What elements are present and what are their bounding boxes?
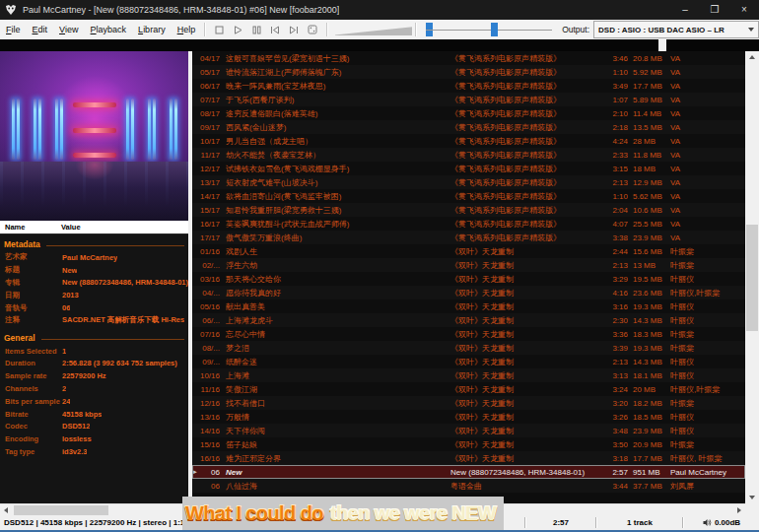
playlist-row[interactable]: 11/16笑傲江湖《双叶》天龙重制3:2420 MB叶丽仪,叶振棠 <box>192 382 745 396</box>
metadata-field-name: Items Selected <box>0 347 62 356</box>
playlist-row[interactable]: 13/17短衣射虎气难平(山坡决斗)《黄飞鸿系列电影原声精装版》2:1312.9… <box>192 175 745 189</box>
playlist-row[interactable]: 12/16找不着借口《双叶》天龙重制3:2018.2 MB叶振棠 <box>192 396 745 410</box>
playlist-row[interactable]: 06/...上海滩龙虎斗《双叶》天龙重制2:3014.3 MB叶丽仪 <box>192 313 745 327</box>
neon-tube <box>34 99 36 160</box>
metadata-row[interactable]: Sample rate22579200 Hz <box>0 369 188 382</box>
playlist-row[interactable]: 03/16那天将心交给你《双叶》天龙重制3:2919.5 MB叶丽仪 <box>192 272 745 286</box>
status-volume[interactable]: 0.00dB <box>684 518 759 527</box>
cell-track: 12/17 <box>198 165 220 173</box>
metadata-row[interactable]: 艺术家Paul McCartney <box>0 251 188 264</box>
menu-library[interactable]: Library <box>132 20 172 39</box>
playlist-row[interactable]: 15/16笛子姑娘《双叶》天龙重制3:5020.9 MB叶振棠 <box>192 437 745 451</box>
cell-dur: 3:38 <box>600 233 628 242</box>
volume-slider[interactable] <box>335 22 413 37</box>
metadata-row[interactable]: 音轨号06 <box>0 301 188 314</box>
cell-artist: 叶丽仪 <box>668 370 745 381</box>
playlist-row[interactable]: 08/...梦之泪《双叶》天龙重制3:3919.3 MB叶振棠 <box>192 341 745 355</box>
cell-dur: 2:30 <box>600 316 628 325</box>
playlist-vertical-scrollbar[interactable] <box>745 51 759 503</box>
album-art[interactable] <box>0 51 188 221</box>
playlist-row[interactable]: 01/16戏剧人生《双叶》天龙重制2:4415.6 MB叶振棠 <box>192 244 745 258</box>
cell-track: 04/17 <box>198 54 220 63</box>
playlist-row[interactable]: 11/17劫火不能焚（夜袭宝芝林）《黄飞鸿系列电影原声精装版》2:3311.8 … <box>192 148 745 162</box>
menu-playback[interactable]: Playback <box>85 20 133 39</box>
playlist-row[interactable]: 04/...愿你待我真的好《双叶》天龙重制4:1623.6 MB叶丽仪,叶振棠 <box>192 286 745 299</box>
pause-button[interactable] <box>248 22 265 37</box>
metadata-row[interactable]: 标题New <box>0 264 188 277</box>
playlist-row[interactable]: 02/...浮生六劫《双叶》天龙重制2:1313 MB叶振棠 <box>192 258 745 272</box>
playlist-body: 04/17这般可喜娘罕曾见(梁宽初遇十三姨)《黄飞鸿系列电影原声精装版》3:46… <box>192 51 745 493</box>
playlist-row[interactable]: 15/17知君怜我重肝胆(梁宽勇救十三姨)《黄飞鸿系列电影原声精装版》2:041… <box>192 203 745 217</box>
close-button[interactable]: × <box>729 0 759 20</box>
metadata-row[interactable]: Tag typeid3v2.3 <box>0 445 188 458</box>
maximize-button[interactable]: ❐ <box>700 0 729 20</box>
scroll-left-icon[interactable] <box>4 507 8 513</box>
scroll-up-icon[interactable] <box>749 55 755 59</box>
playlist-row[interactable]: 13/16万般情《双叶》天龙重制3:2618.5 MB叶丽仪 <box>192 410 745 424</box>
playlist-row[interactable]: 16/17英姿飒爽犹酣斗(武状元血战严师傅)《黄飞鸿系列电影原声精装版》4:07… <box>192 217 745 231</box>
menu-file[interactable]: File <box>0 20 27 39</box>
next-button[interactable] <box>286 22 303 37</box>
cell-title: 八仙过海 <box>220 481 447 492</box>
metadata-row[interactable]: CodecDSD512 <box>0 421 188 433</box>
random-icon-button[interactable] <box>305 22 321 37</box>
scroll-right-icon[interactable] <box>737 507 741 513</box>
metadata-row[interactable]: 注释SACDR.NET 高解析音乐下载 Hi-Res <box>0 314 188 327</box>
output-device-dropdown[interactable]: DSD : ASIO : USB DAC ASIO – LR <box>593 21 759 38</box>
cell-dur: 2:44 <box>600 247 628 256</box>
stop-button[interactable] <box>211 22 228 37</box>
playlist-row[interactable]: 16/16难为正邪定分界《双叶》天龙重制3:1817.7 MB叶丽仪, 叶振棠 <box>192 451 745 465</box>
cell-album: 《黄飞鸿系列电影原声精装版》 <box>447 191 600 202</box>
metadata-row[interactable]: Duration2:56.828 (3 992 634 752 samples) <box>0 358 188 370</box>
playlist-row[interactable]: 09/...纸醉金迷《双叶》天龙重制2:1314.3 MB叶丽仪 <box>192 355 745 368</box>
metadata-row[interactable]: Items Selected1 <box>0 345 188 358</box>
playlist-row[interactable]: 17/17傲气傲笑万重浪(终曲)《黄飞鸿系列电影原声精装版》3:3823.9 M… <box>192 231 745 244</box>
previous-button[interactable] <box>267 22 284 37</box>
menu-edit[interactable]: Edit <box>27 20 54 39</box>
playlist-row[interactable]: 06/17晚来一阵风兼雨(宝芝林夜思)《黄飞鸿系列电影原声精装版》3:4917.… <box>192 79 745 93</box>
playlist-row[interactable]: 05/16献出真善美《双叶》天龙重制3:1619.3 MB叶丽仪 <box>192 299 745 313</box>
playlist-row[interactable]: 10/16上海滩《双叶》天龙重制3:1318.1 MB叶丽仪 <box>192 368 745 382</box>
cell-track: 09/17 <box>198 123 220 132</box>
cell-dur: 2:33 <box>600 151 628 160</box>
title-bar[interactable]: Paul McCartney - [New (888072348486, HRM… <box>0 0 759 20</box>
playlist-row[interactable]: 08/17途穷反遭俗眼白(落难英雄)《黄飞鸿系列电影原声精装版》2:1011.4… <box>192 106 745 120</box>
metadata-row[interactable]: 专辑New (888072348486, HRM-34848-01) <box>0 277 188 290</box>
playlist-row[interactable]: 04/17这般可喜娘罕曾见(梁宽初遇十三姨)《黄飞鸿系列电影原声精装版》3:46… <box>192 51 745 65</box>
cell-album: 《双叶》天龙重制 <box>447 426 600 436</box>
metadata-row[interactable]: 日期2013 <box>0 289 188 301</box>
cell-size: 19.5 MB <box>628 275 668 284</box>
playlist-row-playing[interactable]: ►06NewNew (888072348486, HRM-34848-01)2:… <box>192 465 745 479</box>
vertical-scrollbar-thumb[interactable] <box>746 225 758 331</box>
metadata-row[interactable]: Channels2 <box>0 382 188 395</box>
playlist-row[interactable]: 10/17男儿当自强（成龙主唱）《黄飞鸿系列电影原声精装版》4:2428 MBV… <box>192 134 745 148</box>
playlist-row[interactable]: 07/16忘尽心中情《双叶》天龙重制3:3618.3 MB叶振棠 <box>192 327 745 341</box>
metadata-field-name: 标题 <box>0 265 62 275</box>
minimize-button[interactable]: – <box>670 0 700 20</box>
horizontal-scrollbar-thumb[interactable] <box>14 505 108 515</box>
metadata-row[interactable]: Encodinglossless <box>0 432 188 445</box>
playlist-row[interactable]: 05/17谁怜流落江湖上(严师傅落魄广东)《黄飞鸿系列电影原声精装版》1:105… <box>192 65 745 79</box>
cell-artist: 叶丽仪 <box>668 315 745 326</box>
metadata-row[interactable]: Bits per sample24 <box>0 395 188 408</box>
playlist[interactable]: 04/17这般可喜娘罕曾见(梁宽初遇十三姨)《黄飞鸿系列电影原声精装版》3:46… <box>192 51 745 503</box>
playlist-row[interactable]: 06八仙过海粤语金曲3:4437.7 MB刘凤屏 <box>192 479 745 493</box>
cell-artist: 叶振棠 <box>668 343 745 354</box>
menu-help[interactable]: Help <box>172 20 202 39</box>
playlist-row[interactable]: 12/17试拂铁衣如雪色(黄飞鸿戏棚显身手)《黄飞鸿系列电影原声精装版》3:15… <box>192 162 745 175</box>
playlist-row[interactable]: 09/17西风紧(金山迷梦)《黄飞鸿系列电影原声精装版》2:1813.5 MBV… <box>192 120 745 134</box>
metadata-column-header: Name Value <box>0 221 188 234</box>
play-button[interactable] <box>230 22 246 37</box>
metadata-row[interactable]: Bitrate45158 kbps <box>0 408 188 421</box>
cell-track: 16/17 <box>198 220 220 229</box>
playlist-row[interactable]: 14/17欲将血泪寄山河(黄飞鸿监牢被困)《黄飞鸿系列电影原声精装版》1:105… <box>192 189 745 203</box>
seek-slider[interactable] <box>426 22 552 37</box>
cell-album: 《黄飞鸿系列电影原声精装版》 <box>447 177 600 188</box>
playlist-row[interactable]: 07/17于飞乐(西餐厅谈判)《黄飞鸿系列电影原声精装版》1:075.89 MB… <box>192 93 745 106</box>
scroll-down-icon[interactable] <box>749 496 755 499</box>
menu-view[interactable]: View <box>53 20 85 39</box>
cell-title: 戏剧人生 <box>220 246 447 257</box>
seek-slider-handle[interactable] <box>491 23 498 36</box>
cell-title: 找不着借口 <box>220 398 447 409</box>
playlist-row[interactable]: 14/16天下伴你闯《双叶》天龙重制3:4823.9 MB叶丽仪 <box>192 424 745 437</box>
